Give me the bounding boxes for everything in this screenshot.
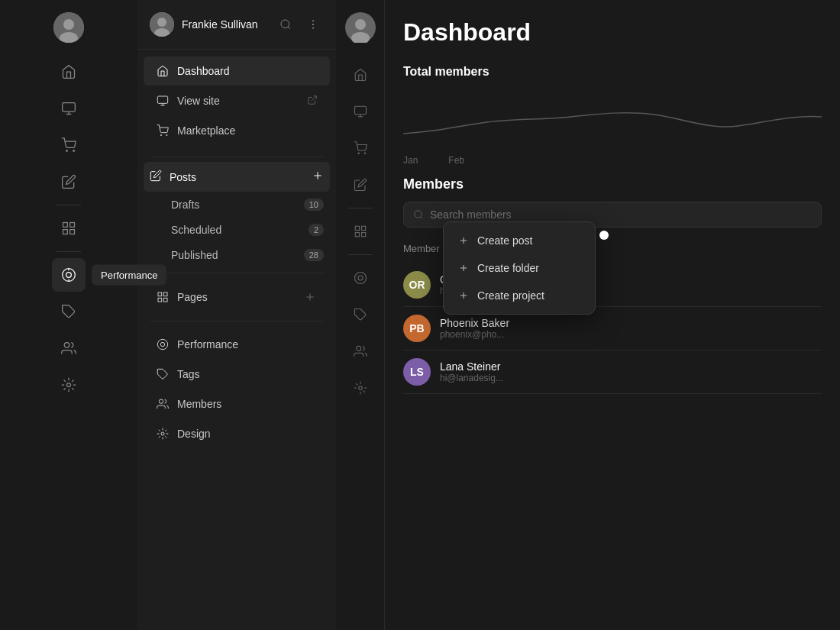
sidebar-members-icon[interactable]: [52, 331, 86, 365]
svg-rect-36: [163, 292, 167, 296]
create-post-label: Create post: [477, 234, 532, 247]
member-avatar-2: PB: [403, 315, 431, 342]
right-user-avatar[interactable]: [345, 12, 376, 46]
home-icon: [156, 64, 170, 78]
sidebar-home-icon[interactable]: [52, 55, 86, 89]
svg-rect-38: [163, 298, 167, 302]
right-design-icon[interactable]: [344, 371, 377, 405]
nav-members[interactable]: Members: [144, 389, 330, 418]
right-members-icon[interactable]: [344, 334, 377, 368]
plus-icon-project: [457, 289, 470, 302]
nav-pages[interactable]: Pages: [144, 282, 330, 312]
nav-performance[interactable]: Performance: [144, 330, 330, 359]
create-project-label: Create project: [477, 289, 544, 302]
right-cart-icon[interactable]: [344, 131, 377, 165]
members-label: Members: [177, 398, 318, 410]
nav-marketplace[interactable]: Marketplace: [144, 116, 330, 145]
more-options-btn[interactable]: [302, 14, 324, 35]
svg-point-24: [312, 21, 313, 21]
svg-point-68: [358, 386, 362, 390]
posts-label: Posts: [170, 171, 304, 183]
scheduled-label: Scheduled: [171, 224, 221, 236]
sidebar-grid-icon[interactable]: [52, 212, 86, 245]
nav-view-site[interactable]: View site: [144, 86, 330, 115]
svg-line-30: [312, 95, 316, 100]
member-row-3[interactable]: LS Lana Steiner hi@lanadesig...: [403, 351, 822, 394]
posts-drafts[interactable]: Drafts 10: [144, 192, 330, 217]
nav-header-icons: [275, 14, 324, 35]
sidebar-monitor-icon[interactable]: [52, 92, 86, 125]
plus-icon-post: [457, 234, 470, 247]
member-name-3: Lana Steiner: [440, 360, 822, 373]
member-info-3: Lana Steiner hi@lanadesig...: [440, 360, 822, 383]
right-performance-icon[interactable]: [344, 261, 377, 295]
svg-rect-62: [355, 233, 359, 237]
chart-label-feb: Feb: [448, 155, 464, 166]
create-folder-label: Create folder: [477, 262, 539, 274]
user-avatar[interactable]: [53, 12, 84, 43]
member-column-label: Member: [403, 243, 440, 254]
sidebar-design-icon[interactable]: [52, 368, 86, 402]
chart-label-jan: Jan: [403, 155, 418, 166]
sidebar-performance-icon[interactable]: [52, 258, 86, 292]
tags-icon: [156, 367, 170, 381]
right-tag-icon[interactable]: [344, 298, 377, 331]
total-members-section: Total members Jan Feb: [403, 65, 822, 164]
cart-icon: [156, 124, 170, 137]
member-info-2: Phoenix Baker phoenix@pho...: [440, 317, 822, 340]
sidebar-edit-icon[interactable]: [52, 165, 86, 199]
monitor-icon: [156, 94, 170, 108]
svg-rect-10: [63, 230, 68, 234]
posts-add-icon[interactable]: [312, 170, 324, 184]
right-home-icon[interactable]: [344, 58, 377, 92]
svg-point-17: [64, 343, 69, 348]
svg-point-32: [166, 134, 167, 135]
svg-point-53: [355, 19, 366, 30]
right-edit-icon[interactable]: [344, 168, 377, 202]
svg-point-13: [66, 273, 72, 278]
svg-point-45: [161, 432, 164, 435]
published-label: Published: [171, 249, 218, 261]
sidebar-cart-icon[interactable]: [52, 128, 86, 162]
right-grid-icon[interactable]: [344, 215, 377, 248]
nav-design[interactable]: Design: [144, 419, 330, 448]
svg-rect-60: [355, 226, 359, 230]
posts-scheduled[interactable]: Scheduled 2: [144, 218, 330, 242]
search-members-input[interactable]: [430, 208, 812, 221]
svg-line-23: [288, 27, 290, 29]
svg-rect-63: [361, 233, 365, 237]
design-nav-icon: [156, 427, 170, 441]
right-monitor-icon[interactable]: [344, 95, 377, 128]
left-icon-sidebar: Performance: [0, 0, 137, 630]
svg-point-65: [358, 276, 363, 280]
pages-add-icon[interactable]: [302, 289, 318, 305]
dashboard-content: Dashboard Total members Jan Feb Members: [385, 0, 840, 630]
member-avatar-3: LS: [403, 358, 431, 386]
nav-header-avatar: [150, 12, 174, 37]
create-folder-item[interactable]: Create folder: [448, 254, 590, 282]
nav-tags[interactable]: Tags: [144, 360, 330, 389]
svg-line-70: [421, 217, 423, 219]
posts-published[interactable]: Published 28: [144, 243, 330, 267]
svg-point-18: [67, 383, 71, 387]
svg-rect-37: [158, 298, 162, 302]
nav-header-left: Frankie Sullivan: [150, 12, 258, 37]
members-section-title: Members: [403, 176, 822, 192]
members-chart: Jan Feb: [403, 88, 822, 164]
nav-divider-2: [150, 273, 324, 273]
nav-dashboard[interactable]: Dashboard: [144, 57, 330, 86]
chart-labels: Jan Feb: [403, 152, 822, 166]
svg-point-25: [312, 24, 313, 24]
right-divider-1: [348, 208, 373, 208]
create-project-item[interactable]: Create project: [448, 282, 590, 309]
posts-header[interactable]: Posts: [144, 162, 330, 192]
sidebar-tag-icon[interactable]: [52, 295, 86, 328]
search-icon-btn[interactable]: [275, 14, 296, 35]
member-email-2: phoenix@pho...: [440, 329, 822, 340]
right-icon-sidebar: [336, 0, 385, 630]
svg-rect-61: [361, 226, 365, 230]
svg-point-6: [66, 150, 68, 152]
create-post-item[interactable]: Create post: [448, 227, 590, 254]
right-divider-2: [348, 254, 373, 255]
external-link-icon: [307, 95, 318, 108]
